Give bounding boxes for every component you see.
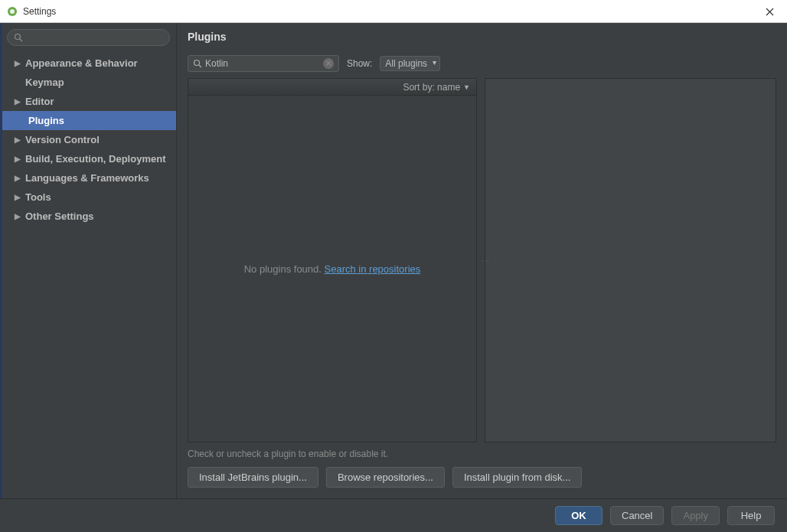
svg-point-4 bbox=[194, 60, 200, 66]
cancel-button[interactable]: Cancel bbox=[610, 506, 664, 525]
search-icon bbox=[14, 33, 23, 42]
chevron-right-icon: ▶ bbox=[15, 174, 25, 182]
clear-search-icon[interactable]: ✕ bbox=[323, 58, 334, 69]
sidebar-item-label: Tools bbox=[25, 191, 51, 203]
plugin-list-panel: Sort by: name ▼ No plugins found. Search… bbox=[188, 78, 477, 442]
settings-tree: ▶ Appearance & Behavior Keymap ▶ Editor … bbox=[2, 54, 176, 498]
page-title: Plugins bbox=[188, 31, 776, 43]
sidebar-item-label: Build, Execution, Deployment bbox=[25, 153, 165, 165]
empty-text: No plugins found. bbox=[244, 263, 325, 275]
sidebar-item-label: Keymap bbox=[25, 77, 64, 88]
main-area: ▶ Appearance & Behavior Keymap ▶ Editor … bbox=[0, 23, 787, 498]
sidebar-item-label: Plugins bbox=[28, 115, 64, 126]
search-repositories-link[interactable]: Search in repositories bbox=[325, 263, 421, 275]
sort-label: Sort by: name bbox=[403, 82, 460, 93]
svg-point-1 bbox=[10, 9, 15, 14]
browse-repositories-button[interactable]: Browse repositories... bbox=[326, 467, 445, 488]
panels: Sort by: name ▼ No plugins found. Search… bbox=[188, 78, 776, 442]
install-from-disk-button[interactable]: Install plugin from disk... bbox=[452, 467, 582, 488]
sidebar-item-editor[interactable]: ▶ Editor bbox=[2, 92, 176, 111]
show-filter-select[interactable]: All plugins bbox=[380, 56, 440, 71]
plugin-search-input[interactable] bbox=[205, 58, 323, 69]
chevron-right-icon: ▶ bbox=[15, 193, 25, 201]
plugin-search[interactable]: ✕ bbox=[188, 55, 339, 72]
sort-bar[interactable]: Sort by: name ▼ bbox=[188, 79, 476, 96]
sidebar-item-label: Languages & Frameworks bbox=[25, 172, 149, 184]
sidebar-item-label: Editor bbox=[25, 96, 54, 107]
install-jetbrains-button[interactable]: Install JetBrains plugin... bbox=[188, 467, 318, 488]
chevron-right-icon: ▶ bbox=[15, 155, 25, 163]
show-filter-value: All plugins bbox=[385, 58, 427, 69]
sidebar-item-languages[interactable]: ▶ Languages & Frameworks bbox=[2, 168, 176, 188]
apply-button[interactable]: Apply bbox=[671, 506, 720, 525]
sidebar-item-label: Other Settings bbox=[25, 211, 94, 222]
chevron-right-icon: ▶ bbox=[15, 59, 25, 67]
plugin-list-empty: No plugins found. Search in repositories bbox=[188, 96, 476, 442]
sidebar: ▶ Appearance & Behavior Keymap ▶ Editor … bbox=[2, 23, 176, 498]
sidebar-search[interactable] bbox=[7, 29, 170, 46]
dialog-footer: OK Cancel Apply Help bbox=[0, 498, 787, 532]
sidebar-item-appearance[interactable]: ▶ Appearance & Behavior bbox=[2, 54, 176, 73]
resize-handle[interactable]: ⋮ bbox=[482, 257, 490, 263]
plugin-action-buttons: Install JetBrains plugin... Browse repos… bbox=[188, 467, 776, 488]
svg-point-2 bbox=[15, 34, 21, 40]
app-icon bbox=[6, 5, 18, 18]
sidebar-item-label: Appearance & Behavior bbox=[25, 57, 138, 69]
chevron-down-icon: ▼ bbox=[463, 83, 470, 91]
close-button[interactable] bbox=[753, 0, 787, 23]
svg-line-5 bbox=[199, 65, 201, 67]
plugin-detail-panel: ⋮ bbox=[485, 78, 776, 442]
sidebar-item-other-settings[interactable]: ▶ Other Settings bbox=[2, 207, 176, 226]
sidebar-item-plugins[interactable]: Plugins bbox=[2, 111, 176, 130]
sidebar-item-build[interactable]: ▶ Build, Execution, Deployment bbox=[2, 149, 176, 168]
filter-row: ✕ Show: All plugins bbox=[188, 55, 776, 72]
search-icon bbox=[193, 59, 202, 68]
svg-line-3 bbox=[20, 39, 22, 41]
show-label: Show: bbox=[347, 58, 372, 69]
chevron-right-icon: ▶ bbox=[15, 97, 25, 106]
sidebar-item-tools[interactable]: ▶ Tools bbox=[2, 188, 176, 207]
content-panel: Plugins ✕ Show: All plugins Sort by: nam… bbox=[176, 23, 787, 498]
chevron-right-icon: ▶ bbox=[15, 212, 25, 220]
chevron-right-icon: ▶ bbox=[15, 135, 25, 144]
titlebar: Settings bbox=[0, 0, 787, 23]
help-button[interactable]: Help bbox=[727, 506, 775, 525]
hint-text: Check or uncheck a plugin to enable or d… bbox=[188, 449, 776, 459]
sidebar-search-input[interactable] bbox=[26, 32, 163, 43]
window-title: Settings bbox=[23, 6, 56, 17]
sidebar-item-version-control[interactable]: ▶ Version Control bbox=[2, 130, 176, 149]
sidebar-item-label: Version Control bbox=[25, 134, 100, 145]
sidebar-item-keymap[interactable]: Keymap bbox=[2, 73, 176, 92]
ok-button[interactable]: OK bbox=[555, 506, 602, 525]
